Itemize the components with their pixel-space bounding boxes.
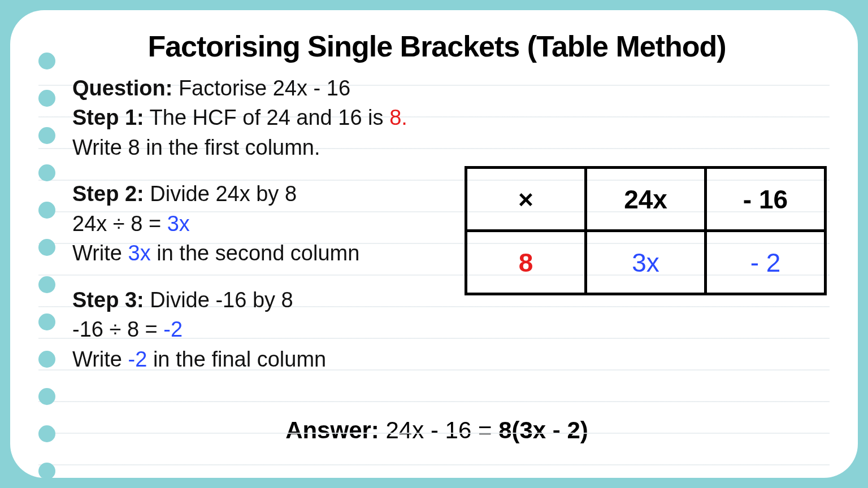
table-header-term1: 24x	[586, 168, 706, 231]
step2-line3b: in the second column	[151, 241, 360, 265]
hole-dot	[38, 239, 55, 256]
step3-line3-hl: -2	[128, 347, 147, 371]
hole-dot	[38, 351, 55, 368]
step3-block: Step 3: Divide -16 by 8 -16 ÷ 8 = -2 Wri…	[72, 285, 440, 374]
step3-line2a: -16 ÷ 8 =	[72, 317, 163, 341]
hole-dot	[38, 164, 55, 181]
step1-highlight: 8	[389, 106, 401, 129]
hole-dot	[38, 425, 55, 442]
step1-line2: Write 8 in the first column.	[72, 136, 320, 159]
table-header-mult: ×	[466, 168, 586, 231]
hole-dot	[38, 127, 55, 144]
step2-text-a: Divide 24x by 8	[144, 182, 297, 206]
hole-dot	[38, 463, 55, 478]
step3-line3a: Write	[72, 347, 128, 371]
step3-text-a: Divide -16 by 8	[144, 288, 293, 312]
step2-line2a: 24x ÷ 8 =	[72, 212, 167, 236]
table-factor2: - 2	[706, 231, 826, 294]
hole-dot	[38, 388, 55, 405]
factor-table: × 24x - 16 8 3x - 2	[465, 166, 827, 295]
question-text: Factorise 24x - 16	[172, 76, 350, 100]
step2-block: Step 2: Divide 24x by 8 24x ÷ 8 = 3x Wri…	[72, 179, 440, 268]
lesson-card: Factorising Single Brackets (Table Metho…	[10, 10, 858, 478]
step2-label: Step 2:	[72, 182, 144, 206]
table-hcf: 8	[466, 231, 586, 294]
hole-dot	[38, 53, 55, 69]
steps-column: Question: Factorise 24x - 16 Step 1: The…	[72, 73, 440, 391]
step2-line3a: Write	[72, 241, 128, 265]
step3-line3b: in the final column	[147, 347, 326, 371]
content-area: Question: Factorise 24x - 16 Step 1: The…	[72, 73, 835, 391]
hole-dot	[38, 202, 55, 219]
step1-text-a: The HCF of 24 and 16 is	[144, 106, 389, 129]
hole-dot	[38, 90, 55, 107]
answer-expr: 24x - 16 =	[379, 417, 498, 443]
question-label: Question:	[72, 76, 172, 100]
step1-label: Step 1:	[72, 106, 144, 129]
step2-line2-hl: 3x	[167, 212, 190, 236]
answer-line: Answer: 24x - 16 = 8(3x - 2)	[72, 417, 835, 444]
step2-line3-hl: 3x	[128, 241, 151, 265]
hole-dot	[38, 313, 55, 330]
answer-result: 8(3x - 2)	[498, 417, 588, 443]
table-column: × 24x - 16 8 3x - 2	[451, 73, 835, 391]
question-block: Question: Factorise 24x - 16 Step 1: The…	[72, 73, 440, 162]
step3-label: Step 3:	[72, 288, 144, 312]
hole-dot	[38, 276, 55, 293]
table-header-term2: - 16	[706, 168, 826, 231]
binder-holes	[38, 53, 55, 478]
table-factor1: 3x	[586, 231, 706, 294]
step3-line2-hl: -2	[163, 317, 183, 341]
answer-label: Answer:	[285, 417, 379, 443]
page-title: Factorising Single Brackets (Table Metho…	[72, 29, 835, 63]
step1-dot: .	[401, 106, 407, 129]
